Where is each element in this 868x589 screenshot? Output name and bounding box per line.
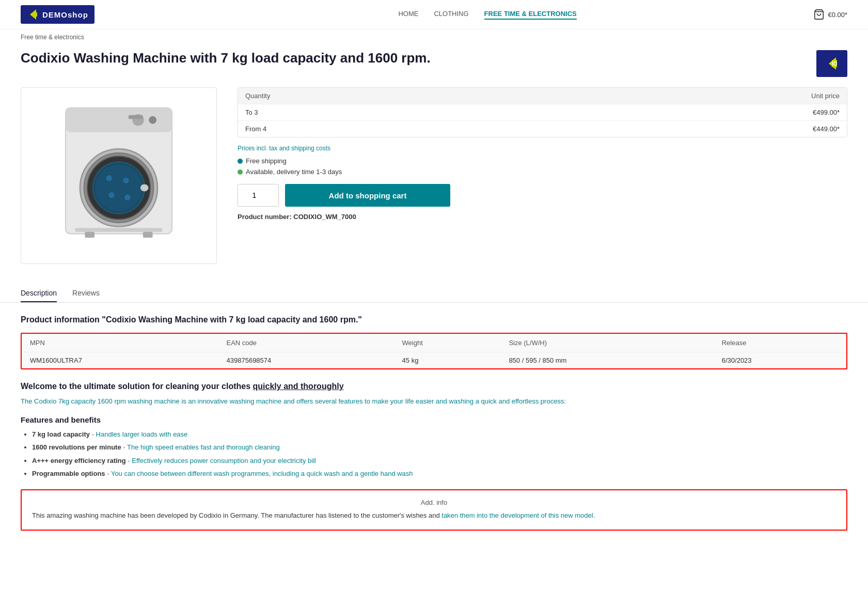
header: DEMOshop HOME CLOTHING FREE TIME & ELECT… [0, 0, 868, 29]
specs-table: MPN EAN code Weight Size (L/W/H) Release… [22, 334, 846, 368]
welcome-title-text: Welcome to the ultimate solution for cle… [21, 382, 253, 391]
svg-text:IO: IO [832, 61, 838, 67]
logo-text: DEMOshop [42, 10, 88, 19]
quantity-1: To 3 [245, 109, 543, 116]
feature-3: A+++ energy efficiency rating - Effectiv… [32, 456, 847, 466]
welcome-link[interactable]: quickly and thoroughly [253, 382, 344, 391]
quantity-2: From 4 [245, 125, 543, 133]
feature-4-detail: - You can choose between different wash … [107, 470, 413, 477]
product-title: Codixio Washing Machine with 7 kg load c… [21, 50, 431, 66]
svg-point-19 [108, 192, 114, 198]
quantity-input[interactable] [238, 184, 279, 207]
spec-size: 850 / 595 / 850 mm [500, 352, 713, 369]
feature-3-main: A+++ energy efficiency rating [32, 457, 126, 464]
feature-4: Programmable options - You can choose be… [32, 469, 847, 479]
breadcrumb: Free time & electronics [0, 29, 868, 45]
free-shipping-text: Free shipping [246, 157, 287, 165]
logo[interactable]: DEMOshop [21, 5, 94, 24]
product-section: Codixio Washing Machine with 7 kg load c… [0, 45, 868, 280]
specs-table-wrapper: MPN EAN code Weight Size (L/W/H) Release… [21, 333, 847, 369]
features-title: Features and benefits [21, 415, 847, 424]
price-row-1: To 3 €499.00* [238, 104, 847, 120]
svg-point-10 [149, 116, 156, 124]
product-content: Quantity Unit price To 3 €499.00* From 4… [21, 87, 847, 264]
product-number-value: CODIXIO_WM_7000 [293, 213, 356, 221]
price-table: Quantity Unit price To 3 €499.00* From 4… [238, 87, 847, 137]
tabs-section: Description Reviews [0, 280, 868, 303]
add-info-box: Add. info This amazing washing machine h… [21, 489, 847, 531]
spec-header-weight: Weight [394, 334, 501, 352]
feature-1-detail: - Handles larger loads with ease [92, 430, 188, 438]
shipping-dot [238, 159, 243, 164]
svg-rect-22 [75, 228, 163, 232]
feature-2-main: 1600 revolutions per minute [32, 443, 121, 451]
spec-ean: 439875698574 [218, 352, 394, 369]
product-logo-badge: IO [816, 50, 847, 77]
availability-info: Available, delivery time 1-3 days [238, 168, 847, 176]
price-1: €499.00* [543, 109, 840, 116]
availability-dot [238, 169, 243, 175]
svg-rect-1 [33, 12, 37, 17]
spec-weight: 45 kg [394, 352, 501, 369]
spec-release: 6/30/2023 [714, 352, 846, 369]
price-table-header: Quantity Unit price [238, 88, 847, 104]
feature-2-detail: - The high speed enables fast and thorou… [123, 443, 279, 451]
price-row-2: From 4 €449.00* [238, 120, 847, 137]
price-2: €449.00* [543, 125, 840, 133]
feature-3-detail: - Effectively reduces power consumption … [128, 457, 316, 464]
product-image-area [21, 87, 217, 264]
svg-point-16 [94, 164, 143, 212]
free-shipping-info: Free shipping [238, 157, 847, 165]
tab-reviews[interactable]: Reviews [72, 285, 100, 302]
nav-free-time[interactable]: FREE TIME & ELECTRONICS [484, 10, 577, 20]
feature-4-main: Programmable options [32, 470, 105, 477]
main-nav: HOME CLOTHING FREE TIME & ELECTRONICS [398, 10, 576, 20]
svg-rect-21 [140, 184, 148, 191]
spec-header-release: Release [714, 334, 846, 352]
product-number: Product number: CODIXIO_WM_7000 [238, 213, 847, 221]
nav-clothing[interactable]: CLOTHING [434, 10, 468, 20]
description-section: Product information "Codixio Washing Mac… [0, 303, 868, 543]
cart-icon-area[interactable]: €0.00* [813, 9, 847, 20]
badge-logo-icon: IO [822, 53, 842, 74]
add-info-text-main: This amazing washing machine has been de… [32, 512, 441, 519]
svg-rect-23 [85, 232, 94, 238]
add-info-text: This amazing washing machine has been de… [32, 510, 836, 521]
tab-description[interactable]: Description [21, 285, 57, 302]
spec-header-size: Size (L/W/H) [500, 334, 713, 352]
feature-1: 7 kg load capacity - Handles larger load… [32, 429, 847, 440]
add-to-cart-button[interactable]: Add to shopping cart [285, 184, 450, 207]
spec-header-mpn: MPN [22, 334, 218, 352]
features-list: 7 kg load capacity - Handles larger load… [21, 429, 847, 479]
feature-2: 1600 revolutions per minute - The high s… [32, 442, 847, 453]
price-note: Prices incl. tax and shipping costs [238, 145, 847, 152]
feature-1-main: 7 kg load capacity [32, 430, 90, 438]
svg-point-18 [123, 178, 129, 183]
quantity-header: Quantity [245, 92, 543, 100]
spec-header-ean: EAN code [218, 334, 394, 352]
svg-rect-24 [143, 232, 153, 238]
unit-price-header: Unit price [543, 92, 840, 100]
cart-amount: €0.00* [828, 11, 847, 19]
product-info-title: Product information "Codixio Washing Mac… [21, 315, 847, 324]
spec-mpn: WM1600ULTRA7 [22, 352, 218, 369]
svg-point-20 [124, 195, 130, 200]
svg-rect-11 [129, 115, 143, 119]
svg-point-17 [106, 175, 112, 181]
product-info: Quantity Unit price To 3 €499.00* From 4… [238, 87, 847, 264]
product-header: Codixio Washing Machine with 7 kg load c… [21, 50, 847, 77]
add-cart-row: Add to shopping cart [238, 184, 847, 207]
add-info-title: Add. info [32, 499, 836, 506]
product-number-label: Product number: [238, 213, 292, 221]
tabs: Description Reviews [21, 285, 847, 302]
product-image [46, 98, 191, 253]
cart-icon [813, 9, 825, 20]
logo-icon [27, 8, 39, 21]
intro-text: The Codixio 7kg capacity 1600 rpm washin… [21, 396, 847, 407]
welcome-title: Welcome to the ultimate solution for cle… [21, 382, 847, 391]
add-info-link[interactable]: taken them into the development of this … [441, 512, 595, 519]
nav-home[interactable]: HOME [398, 10, 418, 20]
availability-text: Available, delivery time 1-3 days [246, 168, 342, 176]
